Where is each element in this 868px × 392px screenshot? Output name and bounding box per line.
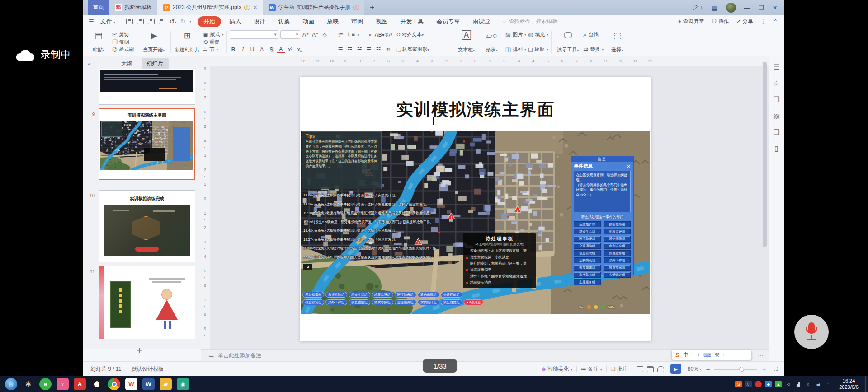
taskbar-pdf-icon[interactable]: A bbox=[74, 378, 86, 390]
to-smartart-button[interactable]: ⬚ 转智能图形▾ bbox=[396, 46, 429, 53]
indent-icon[interactable]: ⇥ bbox=[365, 32, 373, 38]
ime-keyboard-icon[interactable]: ⌨ bbox=[703, 352, 711, 358]
collapse-ribbon-icon[interactable]: ⌃ bbox=[773, 19, 778, 25]
font-style-button-4[interactable]: S bbox=[268, 47, 275, 53]
decrease-font-icon[interactable]: A⁻ bbox=[311, 32, 319, 38]
collapse-panel-icon[interactable]: « bbox=[88, 61, 91, 67]
slide-canvas[interactable]: 实训模拟演练主界面 !!!!! Tips 当前可点击画面中部感叹号下方闪烁信息处… bbox=[300, 77, 651, 341]
new-tab-button[interactable]: + bbox=[364, 0, 380, 15]
present-tools-button[interactable]: 🖵演示工具▾ bbox=[553, 30, 582, 54]
workspace-switch-icon[interactable]: 2▢ bbox=[693, 5, 703, 10]
mic-bubble[interactable] bbox=[794, 315, 829, 349]
save-icon[interactable] bbox=[126, 19, 133, 24]
tray-bluetooth-icon[interactable]: ᛒ bbox=[805, 381, 811, 387]
ime-mic-icon[interactable]: ♪ bbox=[697, 352, 700, 358]
tray-sogou-icon[interactable]: S bbox=[735, 381, 742, 387]
font-style-button-3[interactable]: A bbox=[258, 47, 266, 53]
arrange-button[interactable]: ◫排列▾ bbox=[505, 46, 526, 53]
menu-tab-开始[interactable]: 开始 bbox=[198, 16, 221, 27]
redo-icon[interactable]: ↻ bbox=[180, 18, 185, 25]
properties-icon[interactable]: ☰ bbox=[773, 63, 779, 71]
comment-pane-icon[interactable]: ❑ bbox=[773, 128, 779, 136]
show-desktop-button[interactable] bbox=[865, 376, 868, 392]
cut-button[interactable]: ✂剪切 bbox=[112, 31, 134, 38]
align-text-button[interactable]: ⊜ 对齐文本▾ bbox=[396, 31, 424, 38]
abnormal-check[interactable]: ● 查询异常 bbox=[678, 18, 705, 25]
replace-button[interactable]: ⇄替换▾ bbox=[583, 46, 604, 53]
find-button[interactable]: ⌕查找 bbox=[583, 31, 604, 38]
menu-file[interactable]: 文件 ▾ bbox=[96, 16, 120, 27]
reset-button[interactable]: ⟲重置 bbox=[203, 38, 223, 46]
menu-tab-设计[interactable]: 设计 bbox=[249, 16, 270, 27]
clear-format-icon[interactable]: ◇ bbox=[321, 32, 329, 38]
tab-home[interactable]: 首页 bbox=[88, 0, 109, 15]
restore-button[interactable]: ❐ bbox=[759, 4, 764, 11]
slide-thumbnail-8[interactable] bbox=[99, 69, 195, 105]
font-style-button-1[interactable]: I bbox=[239, 46, 247, 53]
tab-document-active[interactable]: P 2023 公共组织管理实践.pptx ! ✕ bbox=[157, 0, 263, 15]
taskbar-clock[interactable]: 16:24 2023/6/6 bbox=[839, 378, 859, 391]
tray-chevron-icon[interactable]: ⌃ bbox=[825, 381, 831, 387]
phone-transfer-icon[interactable]: ▯ bbox=[774, 144, 778, 153]
zoom-in-button[interactable]: ＋ bbox=[761, 365, 768, 373]
template-name[interactable]: 默认设计模板 bbox=[131, 365, 164, 373]
distribute-icon[interactable]: ☷ bbox=[375, 47, 382, 53]
taskbar-teal-app-icon[interactable]: ◉ bbox=[177, 378, 189, 390]
share-button[interactable]: ↗ 分享 bbox=[736, 18, 753, 25]
minimize-button[interactable]: — bbox=[744, 4, 750, 11]
kebab-menu-icon[interactable]: ⋮ bbox=[760, 19, 766, 25]
print-icon[interactable] bbox=[148, 19, 155, 24]
ime-mode[interactable]: 中 bbox=[683, 351, 689, 359]
menu-tab-开发工具[interactable]: 开发工具 bbox=[396, 16, 428, 27]
pane-icon[interactable]: ❐ bbox=[773, 95, 779, 104]
align-center-icon[interactable]: ☲ bbox=[346, 47, 354, 53]
taskbar-launcher-icon[interactable]: ✱ bbox=[22, 378, 34, 390]
print-preview-icon[interactable] bbox=[159, 19, 165, 24]
font-style-button-0[interactable]: B bbox=[230, 47, 237, 53]
picture-button[interactable]: ▨图片▾ bbox=[505, 31, 526, 38]
image-library-icon[interactable]: ▨ bbox=[773, 112, 780, 120]
menu-tab-插入[interactable]: 插入 bbox=[225, 16, 245, 27]
tray-usb-icon[interactable]: ⇶ bbox=[815, 381, 821, 387]
close-button[interactable]: ✕ bbox=[772, 4, 778, 11]
hamburger-icon[interactable]: ☰ bbox=[89, 18, 94, 25]
tray-green-icon[interactable]: ▲ bbox=[775, 381, 782, 387]
canvas-scrollbar[interactable] bbox=[763, 60, 767, 345]
align-right-icon[interactable]: ☱ bbox=[356, 47, 363, 53]
normal-view-icon[interactable] bbox=[637, 366, 643, 372]
tray-shield-icon[interactable]: ◆ bbox=[765, 381, 772, 387]
tab-close-icon[interactable]: ✕ bbox=[253, 4, 258, 11]
taskbar-browser-green-icon[interactable]: e bbox=[39, 378, 52, 390]
taskbar-word-icon[interactable]: W bbox=[142, 378, 155, 390]
fill-button[interactable]: ◍填充▾ bbox=[528, 31, 548, 38]
qat-more-icon[interactable]: ▾ bbox=[189, 19, 191, 23]
tab-docer[interactable]: 稻 找稻壳模板 bbox=[109, 0, 157, 15]
row-spacing-icon[interactable]: ≋ bbox=[384, 47, 392, 53]
collaborate-button[interactable]: ⚇ 协作 bbox=[712, 18, 729, 25]
command-search[interactable]: ⌕ 查找命令、搜索模板 bbox=[503, 18, 557, 25]
line-spacing-icon[interactable]: ⇕A bbox=[384, 32, 392, 38]
menu-tab-审阅[interactable]: 审阅 bbox=[347, 16, 368, 27]
slide-thumbnail-9[interactable]: 实训模拟演练主界面 !!!!! bbox=[99, 108, 195, 180]
star-resource-icon[interactable]: ☆ bbox=[773, 79, 779, 88]
new-slide-button[interactable]: ⊞新建幻灯片 bbox=[173, 30, 202, 54]
outline-button[interactable]: ◻轮廓▾ bbox=[528, 46, 548, 53]
zoom-level[interactable]: 80% bbox=[688, 366, 698, 372]
tray-network-icon[interactable]: ▟ bbox=[795, 381, 802, 387]
bullets-icon[interactable]: ⁝≡ bbox=[337, 32, 344, 38]
comment-button[interactable]: ❑ 批注 bbox=[611, 365, 628, 373]
play-button[interactable]: ▶ bbox=[670, 364, 681, 374]
app-grid-icon[interactable]: ▦ bbox=[712, 4, 717, 11]
play-from-current-button[interactable]: ▶当页开始▾ bbox=[139, 30, 169, 54]
add-slide-button[interactable]: + bbox=[137, 345, 142, 356]
section-button[interactable]: ≑节▾ bbox=[203, 46, 223, 53]
fit-slide-icon[interactable]: ⛶ bbox=[774, 366, 778, 372]
tab-slides[interactable]: 幻灯片 bbox=[142, 58, 169, 70]
reading-view-icon[interactable] bbox=[657, 366, 664, 372]
avatar[interactable] bbox=[726, 3, 736, 13]
ime-toolbox-icon[interactable]: ⚒ bbox=[715, 352, 720, 358]
beautify-button[interactable]: ◈ 智能美化 ▾ bbox=[542, 365, 572, 373]
font-style-button-5[interactable]: A bbox=[277, 46, 285, 53]
numbering-icon[interactable]: ⒈≡ bbox=[346, 31, 354, 38]
justify-icon[interactable]: ☰ bbox=[365, 47, 373, 53]
